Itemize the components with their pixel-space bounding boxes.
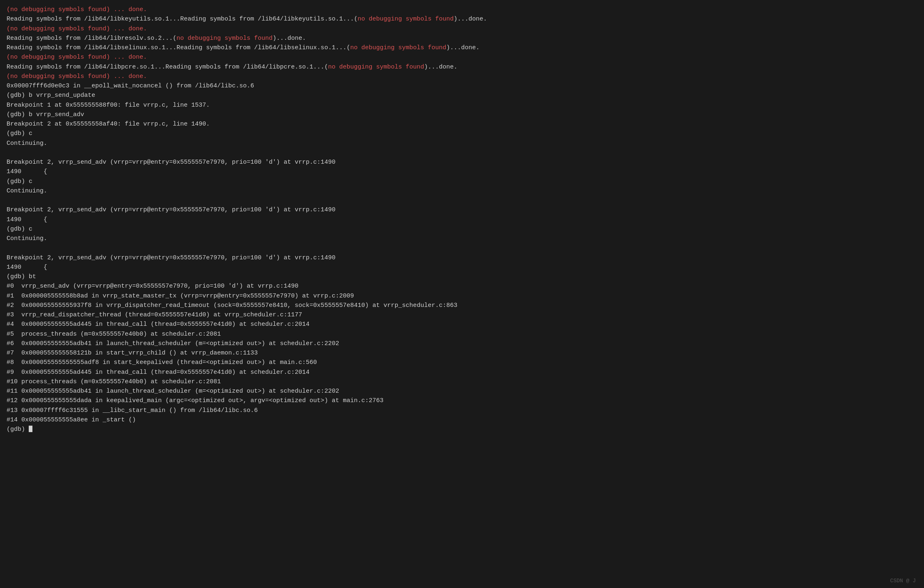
terminal-line: #10 process_threads (m=0x5555557e40b0) a…: [7, 377, 917, 387]
terminal-line: Breakpoint 2, vrrp_send_adv (vrrp=vrrp@e…: [7, 158, 917, 167]
terminal-segment: )...done.: [446, 44, 479, 51]
terminal-line: (gdb) c: [7, 224, 917, 234]
terminal-line: (no debugging symbols found) ... done.: [7, 24, 917, 34]
terminal-line: #5 process_threads (m=0x5555557e40b0) at…: [7, 329, 917, 339]
terminal-line: Continuing.: [7, 186, 917, 196]
terminal-segment: no debugging symbols found: [177, 35, 273, 42]
terminal-segment: no debugging symbols found: [328, 64, 424, 71]
terminal-segment: ) ... done.: [106, 25, 147, 32]
terminal-segment: (: [7, 54, 10, 61]
terminal-segment: no debugging symbols found: [10, 6, 106, 13]
watermark: CSDN @ J: [890, 578, 916, 584]
terminal-line: #6 0x000055555555adb41 in launch_thread_…: [7, 339, 917, 348]
terminal-line: #3 vrrp_read_dispatcher_thread (thread=0…: [7, 310, 917, 320]
terminal-blank-line: [7, 243, 917, 253]
terminal-segment: )...done.: [273, 35, 306, 42]
terminal-segment: Reading symbols from /lib64/libkeyutils.…: [7, 16, 358, 23]
terminal-line: Breakpoint 2 at 0x55555558af40: file vrr…: [7, 119, 917, 129]
terminal-line: 1490 {: [7, 167, 917, 176]
terminal-line: 0x00007fff6d0e0c3 in __epoll_wait_nocanc…: [7, 81, 917, 91]
terminal-line: #0 vrrp_send_adv (vrrp=vrrp@entry=0x5555…: [7, 281, 917, 291]
terminal-line: 1490 {: [7, 215, 917, 224]
terminal-line: Reading symbols from /lib64/libselinux.s…: [7, 43, 917, 53]
terminal-segment: (: [7, 6, 10, 13]
terminal-line: (gdb) bt: [7, 272, 917, 281]
terminal-segment: ) ... done.: [106, 54, 147, 61]
terminal-segment: no debugging symbols found: [358, 16, 454, 23]
terminal-line: (no debugging symbols found) ... done.: [7, 5, 917, 14]
terminal-line: (gdb) c: [7, 129, 917, 138]
terminal-line: #12 0x0000555555555dada in keepalived_ma…: [7, 396, 917, 405]
terminal-line: 1490 {: [7, 263, 917, 272]
terminal-line: (no debugging symbols found) ... done.: [7, 72, 917, 81]
terminal-window: (no debugging symbols found) ... done.Re…: [0, 0, 924, 588]
terminal-segment: ) ... done.: [106, 6, 147, 13]
terminal-segment: no debugging symbols found: [10, 73, 106, 80]
terminal-segment: Reading symbols from /lib64/libpcre.so.1…: [7, 64, 328, 71]
terminal-segment: no debugging symbols found: [350, 44, 446, 51]
terminal-line: (gdb) b vrrp_send_update: [7, 91, 917, 100]
terminal-blank-line: [7, 196, 917, 205]
terminal-line: Reading symbols from /lib64/libpcre.so.1…: [7, 62, 917, 72]
terminal-blank-line: [7, 148, 917, 158]
terminal-line: #1 0x000005555558b8ad in vrrp_state_mast…: [7, 291, 917, 301]
terminal-line: #13 0x00007ffff6c31555 in __libc_start_m…: [7, 406, 917, 415]
terminal-line: (gdb) c: [7, 177, 917, 186]
terminal-line: Breakpoint 2, vrrp_send_adv (vrrp=vrrp@e…: [7, 253, 917, 263]
terminal-line: (gdb) █: [7, 425, 917, 434]
terminal-line: Reading symbols from /lib64/libresolv.so…: [7, 34, 917, 43]
terminal-segment: (: [7, 73, 10, 80]
terminal-line: Reading symbols from /lib64/libkeyutils.…: [7, 14, 917, 24]
terminal-line: Breakpoint 1 at 0x555555588f00: file vrr…: [7, 101, 917, 110]
terminal-line: #7 0x0000555555558121b in start_vrrp_chi…: [7, 348, 917, 358]
terminal-segment: (: [7, 25, 10, 32]
terminal-line: Continuing.: [7, 139, 917, 148]
terminal-segment: Reading symbols from /lib64/libresolv.so…: [7, 35, 177, 42]
terminal-line: #14 0x000055555555a8ee in _start (): [7, 415, 917, 425]
terminal-line: Breakpoint 2, vrrp_send_adv (vrrp=vrrp@e…: [7, 205, 917, 215]
terminal-line: (gdb) b vrrp_send_adv: [7, 110, 917, 119]
terminal-segment: ) ... done.: [106, 73, 147, 80]
terminal-line: #9 0x000055555555ad445 in thread_call (t…: [7, 368, 917, 377]
terminal-segment: )...done.: [454, 16, 487, 23]
terminal-line: #11 0x000055555555adb41 in launch_thread…: [7, 387, 917, 396]
terminal-line: #4 0x000055555555ad445 in thread_call (t…: [7, 320, 917, 329]
terminal-segment: no debugging symbols found: [10, 25, 106, 32]
terminal-segment: no debugging symbols found: [10, 54, 106, 61]
terminal-segment: )...done.: [424, 64, 457, 71]
terminal-segment: Reading symbols from /lib64/libselinux.s…: [7, 44, 350, 51]
terminal-line: (no debugging symbols found) ... done.: [7, 53, 917, 62]
terminal-line: #8 0x000055555555555adf8 in start_keepal…: [7, 358, 917, 367]
terminal-line: #2 0x000055555555937f8 in vrrp_dispatche…: [7, 301, 917, 310]
terminal-line: Continuing.: [7, 234, 917, 243]
